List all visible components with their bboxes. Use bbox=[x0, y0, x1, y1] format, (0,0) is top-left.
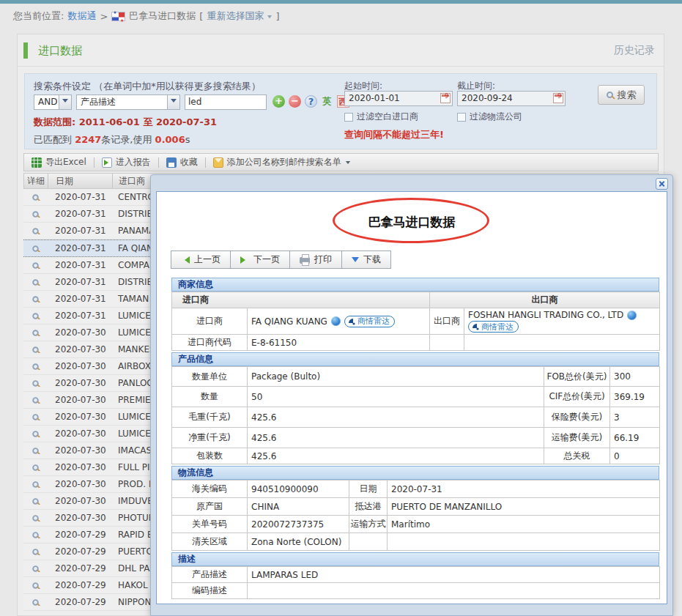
prev-page-button[interactable]: 上一页 bbox=[171, 251, 231, 269]
magnifier-icon[interactable] bbox=[32, 262, 39, 269]
breadcrumb-home-link[interactable]: 数据通 bbox=[67, 10, 96, 23]
magnifier-icon[interactable] bbox=[32, 228, 39, 234]
row-date: 2020-07-30 bbox=[48, 327, 112, 338]
importer-label: 进口商 bbox=[172, 308, 248, 335]
detail-label: 原产国 bbox=[172, 498, 248, 516]
reselect-country-link[interactable]: 重新选择国家 bbox=[207, 10, 264, 23]
magnifier-icon[interactable] bbox=[32, 515, 39, 522]
detail-label: 数量单位 bbox=[172, 367, 248, 387]
magnifier-icon[interactable] bbox=[32, 313, 39, 319]
row-date: 2020-07-31 bbox=[48, 277, 112, 287]
detail-value: 300 bbox=[610, 367, 660, 387]
detail-value bbox=[388, 533, 660, 551]
globe-icon[interactable] bbox=[627, 311, 637, 320]
calendar-icon[interactable] bbox=[440, 93, 451, 103]
magnifier-icon[interactable] bbox=[32, 565, 39, 572]
remove-condition-icon[interactable]: − bbox=[289, 95, 301, 108]
detail-label: 包装数 bbox=[172, 448, 248, 464]
start-date-input[interactable]: 2020-01-01 bbox=[344, 91, 453, 106]
magnifier-icon[interactable] bbox=[32, 194, 39, 201]
detail-label: 数量 bbox=[172, 387, 248, 407]
magnifier-icon[interactable] bbox=[32, 582, 39, 589]
magnifier-icon[interactable] bbox=[32, 414, 39, 420]
magnifier-icon[interactable] bbox=[32, 211, 39, 218]
magnifier-icon[interactable] bbox=[32, 245, 39, 252]
magnifier-icon[interactable] bbox=[32, 279, 39, 286]
product-section-header: 产品信息 bbox=[171, 352, 659, 366]
blank-importer-checkbox[interactable] bbox=[344, 113, 353, 122]
search-button[interactable]: 搜索 bbox=[598, 85, 645, 105]
row-detail-cell bbox=[23, 279, 48, 286]
bracket-open: [ bbox=[199, 11, 203, 22]
detail-modal: 巴拿马进口数据 上一页 下一页 打印 下载 商家信息 bbox=[150, 174, 673, 616]
magnifier-icon[interactable] bbox=[32, 296, 39, 303]
enter-report-button[interactable]: 进入报告 bbox=[94, 156, 158, 168]
next-page-button[interactable]: 下一页 bbox=[230, 251, 290, 269]
end-date-input[interactable]: 2020-09-24 bbox=[457, 91, 566, 106]
row-date: 2020-07-30 bbox=[48, 378, 112, 388]
select-arrow-zone[interactable] bbox=[59, 95, 71, 109]
magnifier-icon[interactable] bbox=[32, 599, 39, 606]
radar-icon bbox=[472, 323, 479, 330]
search-field-select[interactable]: 产品描述 bbox=[76, 94, 180, 110]
magnifier-icon[interactable] bbox=[32, 549, 39, 555]
keyword-input[interactable]: led bbox=[185, 94, 267, 110]
search-field-value: 产品描述 bbox=[81, 97, 116, 107]
detail-label: 产品描述 bbox=[172, 567, 248, 583]
magnifier-icon[interactable] bbox=[32, 363, 39, 370]
add-mail-list-button[interactable]: 添加公司名称到邮件搜索名单 bbox=[206, 156, 358, 168]
enter-report-label: 进入报告 bbox=[116, 156, 151, 168]
magnifier-icon[interactable] bbox=[32, 481, 39, 488]
add-mail-label: 添加公司名称到邮件搜索名单 bbox=[227, 156, 341, 168]
description-section-header: 描述 bbox=[171, 552, 659, 566]
close-icon[interactable] bbox=[656, 178, 668, 190]
magnifier-icon[interactable] bbox=[32, 431, 39, 437]
magnifier-icon[interactable] bbox=[32, 448, 39, 454]
row-detail-cell bbox=[23, 346, 48, 353]
importer-radar-badge[interactable]: 商情雷达 bbox=[344, 316, 395, 327]
row-date: 2020-07-30 bbox=[48, 395, 112, 405]
row-date: 2020-07-29 bbox=[48, 597, 112, 607]
chevron-down-icon[interactable] bbox=[267, 15, 272, 21]
detail-label: 关单号码 bbox=[172, 516, 248, 533]
bool-operator-select[interactable]: AND bbox=[34, 94, 72, 110]
favorite-label: 收藏 bbox=[180, 156, 198, 168]
magnifier-icon[interactable] bbox=[32, 532, 39, 538]
export-excel-button[interactable]: 导出Excel bbox=[24, 156, 94, 168]
top-accent-bar bbox=[0, 0, 682, 4]
logistics-checkbox[interactable] bbox=[457, 113, 466, 122]
matched-records-text: 已匹配到 2247条记录,使用 0.006s bbox=[34, 133, 190, 146]
magnifier-icon[interactable] bbox=[32, 397, 39, 404]
row-detail-cell bbox=[23, 414, 48, 420]
lang-english-toggle[interactable]: 英 bbox=[321, 95, 333, 108]
chevron-down-icon bbox=[62, 99, 68, 105]
detail-value: 425.6 bbox=[248, 407, 544, 428]
detail-row: 数量单位Package (Bulto)FOB总价(美元)300 bbox=[172, 367, 660, 387]
history-link[interactable]: 历史记录 bbox=[614, 44, 655, 57]
globe-icon[interactable] bbox=[331, 316, 341, 326]
download-button[interactable]: 下载 bbox=[341, 251, 391, 269]
detail-value: 50 bbox=[248, 387, 544, 407]
row-date: 2020-07-30 bbox=[48, 462, 112, 472]
chevron-down-icon bbox=[171, 99, 177, 105]
magnifier-icon[interactable] bbox=[32, 330, 39, 336]
merchant-subheader-row: 进口商 出口商 bbox=[172, 292, 660, 308]
select-arrow-zone[interactable] bbox=[167, 95, 179, 109]
detail-value: 940510900090 bbox=[248, 480, 349, 498]
row-detail-cell bbox=[23, 582, 48, 589]
arrow-left-icon bbox=[181, 256, 190, 264]
magnifier-icon[interactable] bbox=[32, 346, 39, 353]
favorite-button[interactable]: 收藏 bbox=[159, 156, 205, 168]
add-condition-icon[interactable]: + bbox=[273, 95, 285, 108]
magnifier-icon[interactable] bbox=[32, 380, 39, 387]
row-detail-cell bbox=[23, 194, 48, 201]
exporter-radar-badge[interactable]: 商情雷达 bbox=[468, 321, 519, 333]
calendar-icon[interactable] bbox=[553, 93, 563, 103]
help-icon[interactable]: ? bbox=[305, 95, 317, 108]
magnifier-icon[interactable] bbox=[32, 498, 39, 505]
detail-value: 2020072737375 bbox=[248, 516, 349, 533]
magnifier-icon[interactable] bbox=[32, 464, 39, 471]
detail-label: 编码描述 bbox=[172, 583, 248, 599]
print-button[interactable]: 打印 bbox=[289, 251, 342, 269]
detail-row: 产品描述LAMPARAS LED bbox=[172, 567, 660, 583]
